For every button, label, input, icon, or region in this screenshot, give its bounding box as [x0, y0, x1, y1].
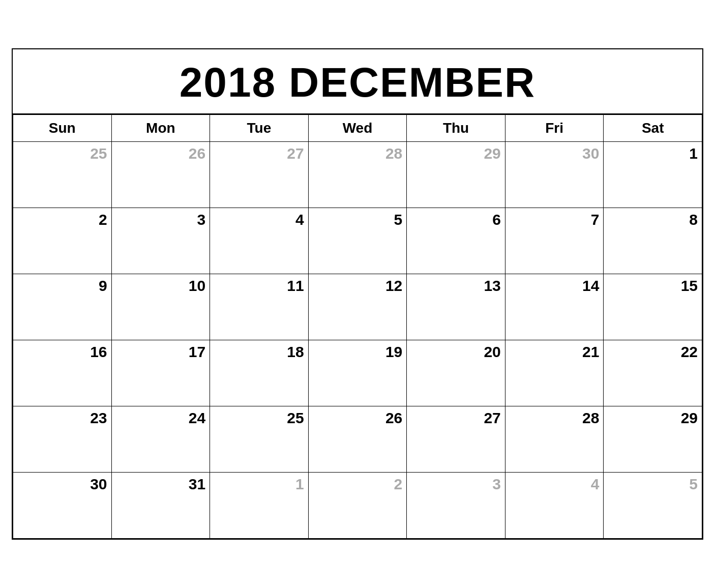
day-number: 17 [112, 343, 206, 361]
calendar-day-cell: 11 [210, 274, 309, 340]
day-number: 28 [505, 409, 600, 427]
day-number: 6 [407, 211, 501, 228]
calendar-title: 2018 DECEMBER [180, 59, 535, 105]
calendar-day-cell: 21 [505, 340, 604, 406]
calendar-day-cell: 2 [308, 473, 407, 539]
calendar-day-cell: 31 [111, 473, 210, 539]
day-number: 12 [309, 277, 403, 295]
day-number: 26 [309, 409, 403, 427]
day-number: 5 [604, 476, 698, 493]
calendar-day-cell: 16 [13, 340, 112, 406]
calendar-day-cell: 27 [407, 406, 505, 473]
calendar-day-cell: 12 [308, 274, 407, 340]
day-number: 26 [112, 145, 206, 162]
calendar-day-cell: 3 [407, 473, 505, 539]
calendar-day-cell: 3 [111, 208, 210, 274]
calendar-day-cell: 4 [505, 473, 604, 539]
day-number: 5 [309, 211, 403, 228]
day-number: 25 [210, 409, 304, 427]
day-number: 29 [407, 145, 501, 162]
calendar-day-cell: 28 [308, 142, 407, 208]
day-of-week-header: Mon [111, 115, 210, 142]
calendar-day-cell: 29 [407, 142, 505, 208]
day-number: 27 [210, 145, 304, 162]
calendar-grid: SunMonTueWedThuFriSat 252627282930123456… [13, 114, 702, 539]
calendar-day-cell: 17 [111, 340, 210, 406]
calendar-day-cell: 19 [308, 340, 407, 406]
calendar-day-cell: 20 [407, 340, 505, 406]
calendar-day-cell: 24 [111, 406, 210, 473]
calendar-day-cell: 2 [13, 208, 112, 274]
days-of-week-row: SunMonTueWedThuFriSat [13, 115, 702, 142]
day-number: 28 [309, 145, 403, 162]
calendar-header: 2018 DECEMBER [13, 49, 702, 114]
day-of-week-header: Wed [308, 115, 407, 142]
calendar-day-cell: 15 [604, 274, 702, 340]
day-number: 23 [13, 409, 107, 427]
day-number: 3 [407, 476, 501, 493]
day-number: 13 [407, 277, 501, 295]
day-number: 4 [505, 476, 600, 493]
day-number: 19 [309, 343, 403, 361]
calendar-container: 2018 DECEMBER SunMonTueWedThuFriSat 2526… [12, 48, 703, 540]
calendar-day-cell: 26 [308, 406, 407, 473]
day-number: 8 [604, 211, 698, 228]
day-number: 14 [505, 277, 600, 295]
day-number: 3 [112, 211, 206, 228]
day-number: 30 [13, 476, 107, 493]
day-number: 20 [407, 343, 501, 361]
calendar-week-row: 23242526272829 [13, 406, 702, 473]
calendar-day-cell: 1 [604, 142, 702, 208]
calendar-day-cell: 5 [308, 208, 407, 274]
calendar-day-cell: 26 [111, 142, 210, 208]
day-of-week-header: Tue [210, 115, 309, 142]
day-number: 10 [112, 277, 206, 295]
day-of-week-header: Thu [407, 115, 505, 142]
calendar-day-cell: 9 [13, 274, 112, 340]
day-number: 21 [505, 343, 600, 361]
day-number: 25 [13, 145, 107, 162]
calendar-day-cell: 5 [604, 473, 702, 539]
day-of-week-header: Sat [604, 115, 702, 142]
day-number: 1 [604, 145, 698, 162]
day-number: 7 [505, 211, 600, 228]
calendar-week-row: 9101112131415 [13, 274, 702, 340]
calendar-day-cell: 30 [13, 473, 112, 539]
calendar-day-cell: 13 [407, 274, 505, 340]
day-number: 2 [309, 476, 403, 493]
calendar-day-cell: 25 [13, 142, 112, 208]
day-number: 30 [505, 145, 600, 162]
calendar-day-cell: 22 [604, 340, 702, 406]
calendar-week-row: 2526272829301 [13, 142, 702, 208]
day-number: 24 [112, 409, 206, 427]
calendar-day-cell: 10 [111, 274, 210, 340]
calendar-day-cell: 18 [210, 340, 309, 406]
calendar-day-cell: 6 [407, 208, 505, 274]
calendar-day-cell: 30 [505, 142, 604, 208]
calendar-day-cell: 1 [210, 473, 309, 539]
day-of-week-header: Fri [505, 115, 604, 142]
calendar-day-cell: 14 [505, 274, 604, 340]
calendar-day-cell: 28 [505, 406, 604, 473]
calendar-day-cell: 27 [210, 142, 309, 208]
calendar-week-row: 303112345 [13, 473, 702, 539]
day-number: 22 [604, 343, 698, 361]
calendar-day-cell: 7 [505, 208, 604, 274]
day-number: 31 [112, 476, 206, 493]
day-number: 9 [13, 277, 107, 295]
calendar-day-cell: 29 [604, 406, 702, 473]
day-number: 27 [407, 409, 501, 427]
day-number: 4 [210, 211, 304, 228]
calendar-day-cell: 23 [13, 406, 112, 473]
calendar-week-row: 16171819202122 [13, 340, 702, 406]
day-number: 18 [210, 343, 304, 361]
day-number: 16 [13, 343, 107, 361]
calendar-day-cell: 25 [210, 406, 309, 473]
day-number: 11 [210, 277, 304, 295]
calendar-week-row: 2345678 [13, 208, 702, 274]
day-number: 15 [604, 277, 698, 295]
calendar-day-cell: 8 [604, 208, 702, 274]
calendar-day-cell: 4 [210, 208, 309, 274]
day-number: 1 [210, 476, 304, 493]
day-of-week-header: Sun [13, 115, 112, 142]
